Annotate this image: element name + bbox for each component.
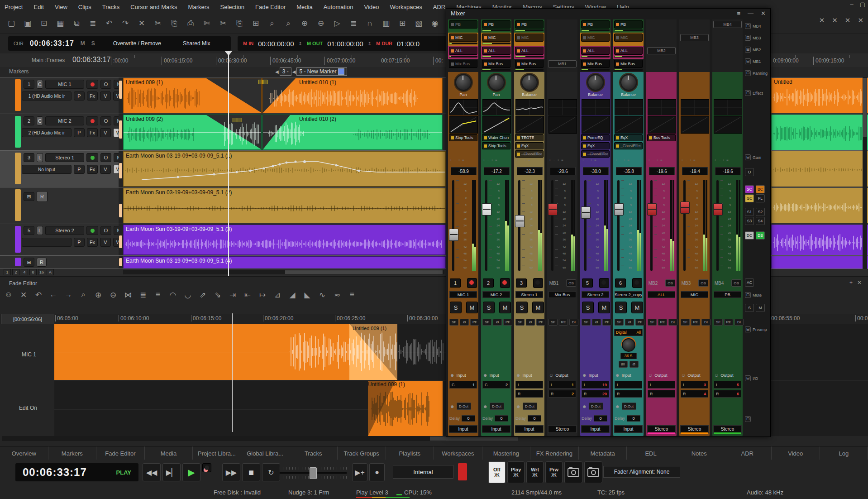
fade-editor-scrollbar[interactable]	[2, 436, 446, 441]
automation-off-button[interactable]: OffЖ	[488, 461, 506, 483]
minimize-icon[interactable]: –	[850, 1, 853, 8]
fader-handle[interactable]	[548, 203, 558, 216]
smiley-icon[interactable]: ☺	[4, 289, 14, 300]
strip-io-mode-button[interactable]: Stereo	[548, 425, 577, 433]
mute-flag[interactable]: M	[81, 40, 85, 47]
read-automation-button[interactable]: R	[37, 258, 47, 267]
track-header-4[interactable]: ⊞ R	[0, 187, 123, 224]
bc-button[interactable]: BC	[756, 185, 765, 193]
import-icon[interactable]: ⊡	[39, 19, 49, 29]
menu-item[interactable]: Cursor and Marks	[130, 4, 177, 10]
bottom-tab[interactable]: Log	[820, 446, 868, 460]
pan-knob[interactable]	[521, 74, 538, 91]
zoom-preset-button[interactable]: 8	[29, 269, 37, 275]
automation-write-button[interactable]: WrtЖ	[526, 461, 544, 483]
fader-track[interactable]	[551, 180, 553, 271]
dynamics-display[interactable]	[515, 116, 544, 134]
channel-name[interactable]: Stereo 2_copy	[615, 291, 642, 298]
channel-name[interactable]: MIC	[681, 291, 708, 298]
bottom-tab[interactable]: Project Libra...	[193, 446, 241, 460]
fx-button[interactable]: Fx	[87, 165, 98, 174]
aux-send-button[interactable]: ALL	[515, 47, 544, 55]
plugin-slot[interactable]: _GhostEffect	[581, 150, 610, 158]
cur-time[interactable]: 00:06:33:17	[30, 39, 74, 48]
undo-icon[interactable]: ↶	[33, 289, 43, 300]
channel-name[interactable]: ALL	[648, 291, 675, 298]
track-name[interactable]: Stereo 2	[45, 226, 84, 235]
io-assignment[interactable]: L 3	[681, 381, 708, 389]
io-assignment[interactable]: R 4	[681, 390, 708, 398]
menu-item[interactable]: Markers	[188, 4, 210, 10]
strip-mode-button[interactable]: SF	[681, 319, 690, 326]
audio-clip[interactable]: Untitled 010 (1)	[262, 78, 443, 113]
collapse-icon[interactable]: ⊟	[745, 35, 751, 41]
track-number[interactable]: 1	[24, 80, 34, 89]
pan-knob[interactable]	[587, 74, 604, 91]
fx-button[interactable]: Fx	[87, 128, 98, 137]
dynamics-display[interactable]	[582, 116, 610, 134]
split-icon[interactable]: ✄	[202, 19, 212, 29]
section-mute[interactable]: Mute	[753, 293, 762, 297]
fx-button[interactable]: Fx	[87, 238, 98, 247]
output-button[interactable]: O	[100, 153, 111, 162]
monitor-button[interactable]	[86, 226, 98, 235]
dynamics-display[interactable]	[482, 116, 511, 134]
io-assignment[interactable]: R	[615, 390, 642, 398]
volume-button[interactable]: V	[100, 238, 111, 247]
stop-button[interactable]: ■	[242, 463, 260, 481]
fade-lines-icon[interactable]: ≡	[347, 289, 357, 300]
scrub-button[interactable]: ●	[369, 463, 385, 481]
section-mb1[interactable]: MB1	[753, 59, 761, 64]
input-device[interactable]: No Input	[22, 165, 72, 174]
volume-button[interactable]: V	[100, 165, 111, 174]
shuttle-slider[interactable]	[280, 467, 347, 479]
section-preamp[interactable]: Preamp	[753, 327, 767, 332]
eq-display[interactable]	[681, 99, 709, 115]
plugin-tools[interactable]: +−▫≡	[714, 158, 729, 162]
crosspoint-icon[interactable]: ✕	[858, 16, 863, 24]
aux-send-button[interactable]: PB	[482, 20, 510, 29]
plugin-slot[interactable]: Strip Tools	[482, 142, 510, 149]
mute-button[interactable]: M	[631, 302, 643, 313]
channel-name[interactable]: Mix Bus	[548, 291, 576, 298]
zoom-preset-button[interactable]: A	[47, 269, 54, 275]
digital-gain-knob[interactable]	[622, 338, 635, 352]
strip-mode-button[interactable]: Ø	[493, 319, 502, 326]
fade-list-icon[interactable]: ≡	[153, 289, 163, 300]
aux-send-button[interactable]: PB	[614, 20, 643, 29]
input-device[interactable]: 1 (HD Audio Mic ir	[22, 91, 72, 101]
monitor-button[interactable]	[86, 153, 98, 162]
io-assignment[interactable]: L	[648, 381, 675, 389]
audio-clip[interactable]	[771, 115, 868, 150]
aux-send-button[interactable]: MIC	[482, 34, 510, 42]
fader-gain-value[interactable]: -35.8	[616, 167, 642, 175]
zoom-preset-button[interactable]: 4	[21, 269, 28, 275]
dc-button[interactable]: DC	[745, 231, 754, 240]
bus-output-tag[interactable]: MB2	[647, 47, 676, 54]
input-device[interactable]: 2 (HD Audio Mic ir	[22, 128, 72, 137]
crosspoint-icon[interactable]: ✕	[819, 16, 825, 24]
find-icon[interactable]: ⌕	[267, 19, 277, 29]
link-button[interactable]: L	[37, 226, 43, 235]
grid-icon[interactable]: ⊡	[745, 416, 751, 422]
record-arm-button[interactable]	[500, 278, 510, 288]
s3-button[interactable]: S3	[745, 217, 754, 225]
io-assignment[interactable]: L 1	[548, 381, 576, 389]
aux-send-button[interactable]: ALL	[449, 47, 477, 55]
volume-automation-curve[interactable]	[124, 152, 446, 187]
strip-mode-button[interactable]: DI	[734, 319, 744, 326]
delay-value[interactable]: 0	[627, 415, 640, 422]
fader-track[interactable]	[650, 180, 653, 271]
strip-mode-button[interactable]: SF	[515, 319, 525, 326]
sc-button[interactable]: SC	[745, 185, 754, 193]
audio-clip[interactable]	[771, 256, 868, 269]
strip-mode-button[interactable]: RE	[691, 319, 700, 326]
fade-corner-icon[interactable]: ◢	[287, 289, 297, 300]
menu-item[interactable]: ADR	[433, 4, 445, 10]
track-number[interactable]: 2	[24, 116, 34, 125]
collapse-icon[interactable]: ⊟	[745, 292, 751, 298]
record-arm-button[interactable]	[467, 278, 477, 288]
aux-send-button[interactable]: PB	[515, 20, 544, 29]
strip-mode-button[interactable]: SF	[449, 319, 458, 326]
ripple-cut-icon[interactable]: ✂	[218, 19, 228, 29]
